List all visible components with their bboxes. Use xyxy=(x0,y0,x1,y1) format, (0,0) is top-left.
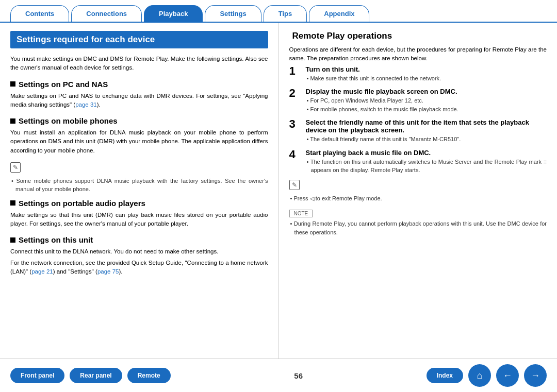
pencil-icon: ✎ xyxy=(10,162,21,173)
step-number-4: 4 xyxy=(289,149,301,160)
section-title-pc-nas: Settings on PC and NAS xyxy=(19,80,108,89)
bullet-icon-4 xyxy=(10,237,15,243)
top-nav: Contents Connections Playback Settings T… xyxy=(0,0,557,23)
bullet-icon-2 xyxy=(10,118,15,124)
section-pc-nas: Settings on PC and NAS Make settings on … xyxy=(10,80,268,110)
section-text-this-unit-1: Connect this unit to the DLNA network. Y… xyxy=(10,247,268,256)
step-number-3: 3 xyxy=(289,118,301,130)
remote-play-title: Remote Play operations xyxy=(292,31,392,41)
section-text-pc-nas: Make settings on PC and NAS to exchange … xyxy=(10,92,268,110)
remote-note-block: ✎ Press ◁ to exit Remote Play mode. xyxy=(289,180,547,203)
section-heading-pc-nas: Settings on PC and NAS xyxy=(10,80,268,89)
intro-text: You must make settings on DMC and DMS fo… xyxy=(10,55,268,73)
rear-panel-button[interactable]: Rear panel xyxy=(70,368,122,383)
home-button[interactable]: ⌂ xyxy=(468,364,491,387)
step-number-2: 2 xyxy=(289,88,301,99)
right-column: Remote Play operations Operations are di… xyxy=(279,23,558,359)
section-title-portable: Settings on portable audio players xyxy=(19,199,145,208)
remote-button[interactable]: Remote xyxy=(127,368,171,383)
step-2: 2 Display the music file playback screen… xyxy=(289,88,547,113)
section-heading-this-unit: Settings on this unit xyxy=(10,235,268,244)
front-panel-button[interactable]: Front panel xyxy=(10,368,64,383)
step-1-bullet-1: Make sure that this unit is connected to… xyxy=(306,74,547,83)
note-label: NOTE xyxy=(289,210,313,217)
section-heading-mobile: Settings on mobile phones xyxy=(10,116,268,125)
link-page31[interactable]: page 31 xyxy=(75,101,97,108)
forward-button[interactable]: → xyxy=(524,364,547,387)
pencil-icon-2: ✎ xyxy=(289,180,300,190)
section-portable: Settings on portable audio players Make … xyxy=(10,199,268,229)
tab-contents[interactable]: Contents xyxy=(10,5,69,22)
tab-connections[interactable]: Connections xyxy=(71,5,142,22)
section-mobile-phones: Settings on mobile phones You must insta… xyxy=(10,116,268,155)
tab-tips[interactable]: Tips xyxy=(264,5,307,22)
step-title-4: Start playing back a music file on DMC. xyxy=(306,149,547,157)
step-2-bullet-1: For PC, open Windows Media Player 12, et… xyxy=(306,96,547,105)
step-title-2: Display the music file playback screen o… xyxy=(306,88,547,95)
step-4: 4 Start playing back a music file on DMC… xyxy=(289,149,547,175)
section-title-this-unit: Settings on this unit xyxy=(19,235,93,244)
section-text-mobile: You must install an application for DLNA… xyxy=(10,128,268,155)
note-label-box: NOTE During Remote Play, you cannot perf… xyxy=(289,208,547,236)
step-4-bullet-1: The function on this unit automatically … xyxy=(306,158,547,175)
section-text-this-unit-2: For the network connection, see the prov… xyxy=(10,259,268,277)
step-2-bullet-2: For mobile phones, switch to the music f… xyxy=(306,105,547,114)
section-text-portable: Make settings so that this unit (DMR) ca… xyxy=(10,211,268,229)
left-column: Settings required for each device You mu… xyxy=(0,23,279,359)
main-content: Settings required for each device You mu… xyxy=(0,23,557,359)
section-this-unit: Settings on this unit Connect this unit … xyxy=(10,235,268,276)
step-title-3: Select the friendly name of this unit fo… xyxy=(306,118,547,134)
step-1: 1 Turn on this unit. Make sure that this… xyxy=(289,65,547,83)
link-page75[interactable]: page 75 xyxy=(97,268,119,275)
bottom-nav: Front panel Rear panel Remote 56 Index ⌂… xyxy=(0,359,557,392)
section-title-mobile: Settings on mobile phones xyxy=(19,116,118,125)
bottom-left: Front panel Rear panel Remote xyxy=(10,368,171,383)
tab-appendix[interactable]: Appendix xyxy=(309,5,369,22)
step-3-bullet-1: The default friendly name of this unit i… xyxy=(306,135,547,144)
page-number: 56 xyxy=(294,371,303,380)
page-title-banner: Settings required for each device xyxy=(10,31,268,48)
remote-play-intro: Operations are different for each device… xyxy=(289,45,547,63)
index-button[interactable]: Index xyxy=(427,368,463,383)
mobile-note-block: ✎ Some mobile phones support DLNA music … xyxy=(10,162,268,194)
bullet-icon xyxy=(10,81,15,87)
tab-settings[interactable]: Settings xyxy=(205,5,261,22)
back-button[interactable]: ← xyxy=(496,364,519,387)
step-number-1: 1 xyxy=(289,65,301,77)
tab-playback[interactable]: Playback xyxy=(144,5,203,22)
bottom-right: Index ⌂ ← → xyxy=(427,364,547,387)
remote-note-text: Press ◁ to exit Remote Play mode. xyxy=(289,194,547,203)
step-title-1: Turn on this unit. xyxy=(306,65,547,73)
mobile-note-text: Some mobile phones support DLNA music pl… xyxy=(10,177,268,194)
step-3: 3 Select the friendly name of this unit … xyxy=(289,118,547,144)
bullet-icon-3 xyxy=(10,200,15,206)
section-heading-portable: Settings on portable audio players xyxy=(10,199,268,208)
note-box-text: During Remote Play, you cannot perform p… xyxy=(289,219,547,236)
link-page21[interactable]: page 21 xyxy=(31,268,53,275)
remote-play-heading: Remote Play operations xyxy=(289,31,547,41)
